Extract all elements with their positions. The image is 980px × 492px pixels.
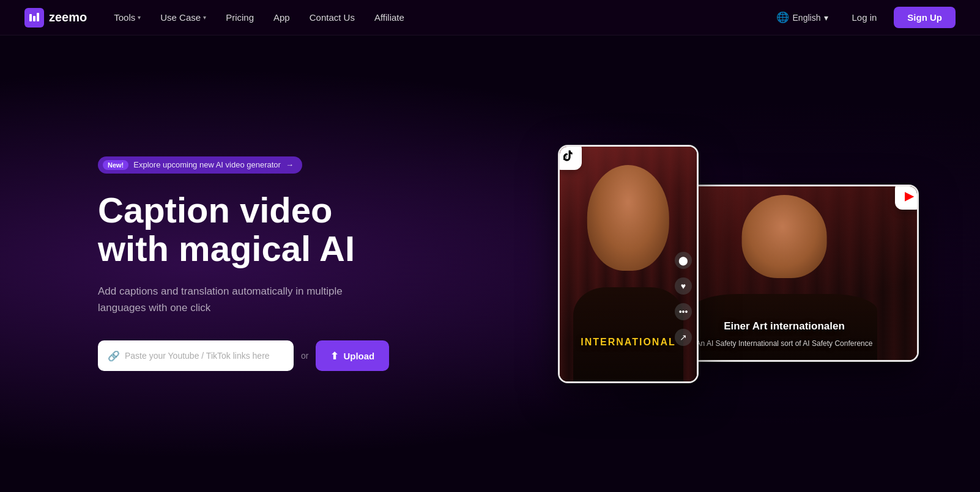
tiktok-badge: ♪ [558,145,582,170]
tiktok-video-card: ♪ INTERNATIONAL ⬤ ♥ ••• [558,145,699,383]
hero-section: New! Explore upcoming new AI video gener… [0,35,980,492]
arrow-icon: → [286,160,294,169]
svg-rect-2 [37,13,39,21]
brand-name: zeemo [49,10,87,24]
hero-title: Caption video with magical AI [98,191,404,269]
globe-icon: 🌐 [776,11,789,24]
nav-affiliate[interactable]: Affiliate [367,9,412,26]
language-selector[interactable]: 🌐 English ▾ [770,7,835,28]
nav-links: Tools ▾ Use Case ▾ Pricing App Contact U… [106,9,412,26]
logo[interactable]: zeemo [24,8,87,28]
badge-text: Explore upcoming new AI video generator [133,160,281,169]
tiktok-side-icons: ⬤ ♥ ••• ↗ [675,252,692,346]
circle-icon: ⬤ [675,252,692,269]
svg-text:♪: ♪ [562,150,568,163]
svg-rect-1 [33,16,35,21]
chevron-down-icon: ▾ [203,14,206,21]
chevron-down-icon: ▾ [138,14,141,21]
url-input-wrap: 🔗 [98,340,294,371]
nav-pricing[interactable]: Pricing [218,9,261,26]
navbar: zeemo Tools ▾ Use Case ▾ Pricing App Con… [0,0,980,35]
signup-button[interactable]: Sign Up [894,7,956,28]
new-badge[interactable]: New! Explore upcoming new AI video gener… [98,156,302,174]
youtube-badge: ▶ [895,185,919,210]
logo-icon [24,8,44,28]
upload-icon: ⬆ [330,350,338,362]
login-button[interactable]: Log in [844,9,884,26]
nav-right: 🌐 English ▾ Log in Sign Up [770,7,956,28]
share-icon: ↗ [675,329,692,346]
nav-tools[interactable]: Tools ▾ [106,9,148,26]
hero-left: New! Explore upcoming new AI video gener… [98,156,404,372]
link-icon: 🔗 [108,350,120,362]
hero-input-row: 🔗 or ⬆ Upload [98,340,404,371]
badge-new-label: New! [103,160,128,170]
youtube-icon: ▶ [905,188,914,203]
nav-contact[interactable]: Contact Us [302,9,362,26]
upload-button[interactable]: ⬆ Upload [316,340,389,371]
svg-rect-0 [29,14,32,21]
nav-use-case[interactable]: Use Case ▾ [153,9,213,26]
nav-app[interactable]: App [266,9,297,26]
hero-subtitle: Add captions and translation automatical… [98,283,355,316]
hero-right: ♪ INTERNATIONAL ⬤ ♥ ••• [527,136,931,392]
chevron-down-icon: ▾ [824,13,828,23]
nav-left: zeemo Tools ▾ Use Case ▾ Pricing App Con… [24,8,412,28]
url-input[interactable] [125,351,284,361]
heart-icon: ♥ [675,277,692,295]
dots-icon: ••• [675,303,692,320]
or-label: or [301,351,308,361]
